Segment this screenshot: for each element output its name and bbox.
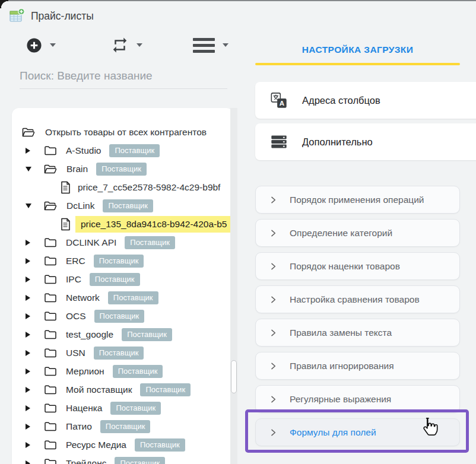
- expand-arrow-icon[interactable]: [26, 204, 31, 208]
- page-title: Прайс-листы: [31, 10, 94, 23]
- expand-arrow-icon[interactable]: [26, 295, 30, 301]
- tree-row[interactable]: ERC Поставщик: [12, 252, 233, 270]
- accordion-section[interactable]: Порядок применения операций: [255, 186, 460, 214]
- tree-row[interactable]: Brain Поставщик: [12, 160, 233, 178]
- column-addresses-card[interactable]: A Адреса столбцов: [255, 82, 476, 119]
- tree-row[interactable]: Патио Поставщик: [12, 417, 233, 436]
- tree-row[interactable]: IPC Поставщик: [12, 270, 233, 288]
- accordion-section-label: Настройка сравнения товаров: [290, 294, 420, 305]
- tree-row[interactable]: Мерлион Поставщик: [12, 362, 233, 380]
- settings-accordion: Порядок применения операций Определение …: [255, 186, 460, 452]
- refresh-button[interactable]: [56, 36, 142, 54]
- accordion-section[interactable]: Правила игнорирования: [255, 352, 460, 380]
- tree-row[interactable]: price_7_cc5e2578-5982-4c29-b9bf: [12, 178, 233, 196]
- tree-row[interactable]: USN Поставщик: [12, 344, 233, 362]
- tree-row[interactable]: OCS Поставщик: [12, 307, 233, 325]
- tree-item-label: Наценка: [66, 403, 102, 414]
- folder-open-icon: [21, 126, 36, 138]
- tree-item-label: USN: [66, 348, 85, 358]
- supplier-badge: Поставщик: [103, 199, 153, 212]
- tree-item-label: OCS: [66, 311, 86, 322]
- expand-arrow-icon[interactable]: [26, 148, 30, 154]
- tree-row[interactable]: DcLink Поставщик: [12, 196, 233, 215]
- expand-arrow-icon[interactable]: [26, 460, 30, 464]
- expand-arrow-icon[interactable]: [26, 442, 30, 448]
- expand-arrow-icon[interactable]: [26, 258, 30, 264]
- supplier-badge: Поставщик: [115, 457, 165, 464]
- accordion-section[interactable]: Формулы для полей: [255, 418, 460, 446]
- supplier-badge: Поставщик: [125, 236, 175, 249]
- supplier-badge: Поставщик: [140, 383, 191, 396]
- window-top-edge: [0, 0, 476, 1]
- card-label: Адреса столбцов: [302, 95, 380, 106]
- tree-row[interactable]: Network Поставщик: [12, 288, 233, 307]
- expand-arrow-icon[interactable]: [26, 424, 30, 430]
- tree-item-label: DCLINK API: [66, 237, 116, 248]
- accordion-section[interactable]: Правила замены текста: [255, 319, 460, 347]
- price-list-app-icon: [8, 8, 25, 24]
- folder-icon: [44, 237, 57, 248]
- folder-icon: [44, 347, 57, 358]
- tree-item-label: price_135_8da941c8-b942-420a-b5: [75, 216, 233, 233]
- expand-arrow-icon[interactable]: [26, 277, 30, 282]
- accordion-section-label: Регулярные выражения: [290, 394, 391, 405]
- tree-row[interactable]: Открыть товары от всех контрагентов: [12, 123, 233, 141]
- accordion-section[interactable]: Порядок наценки товаров: [255, 252, 460, 280]
- chevron-right-icon: [268, 395, 278, 404]
- accordion-section[interactable]: Определение категорий: [255, 219, 460, 247]
- expand-arrow-icon[interactable]: [26, 368, 30, 374]
- chevron-right-icon: [268, 428, 278, 437]
- menu-button[interactable]: [142, 38, 229, 53]
- tree-row[interactable]: test_google Поставщик: [12, 325, 233, 344]
- supplier-badge: Поставщик: [110, 402, 161, 415]
- tree-scrollbar-thumb[interactable]: [231, 360, 237, 393]
- add-button[interactable]: [26, 37, 56, 53]
- card-label: Дополнительно: [302, 136, 373, 148]
- chevron-right-icon: [268, 195, 278, 205]
- tree-row[interactable]: Наценка Поставщик: [12, 399, 233, 417]
- folder-icon: [44, 421, 57, 432]
- folder-open-icon: [43, 200, 58, 212]
- accordion-section[interactable]: Настройка сравнения товаров: [255, 285, 460, 313]
- toolbar: [26, 36, 229, 54]
- expand-arrow-icon[interactable]: [26, 405, 30, 411]
- chevron-down-icon[interactable]: [223, 43, 229, 47]
- tree-item-label: Brain: [66, 164, 88, 174]
- storage-icon: [270, 133, 288, 151]
- tree-item-label: IPC: [66, 274, 81, 285]
- search-input[interactable]: [20, 63, 227, 89]
- tree-scrollbar[interactable]: [230, 108, 237, 464]
- tree-row[interactable]: Трейдонс Поставщик: [12, 454, 233, 464]
- accordion-section-label: Правила игнорирования: [290, 361, 394, 371]
- tree-row[interactable]: Ресурс Медиа Поставщик: [12, 436, 233, 454]
- folder-icon: [44, 145, 57, 156]
- accordion-section-label: Определение категорий: [290, 228, 392, 239]
- tree-item-label: Ресурс Медиа: [66, 440, 126, 450]
- folder-icon: [44, 329, 57, 340]
- expand-arrow-icon[interactable]: [26, 240, 30, 246]
- folder-icon: [44, 384, 57, 395]
- chevron-down-icon[interactable]: [137, 43, 142, 47]
- expand-arrow-icon[interactable]: [26, 313, 30, 319]
- tree-item-label: ERC: [66, 256, 85, 266]
- chevron-right-icon: [268, 262, 278, 271]
- tree-row[interactable]: price_135_8da941c8-b942-420a-b5: [12, 215, 233, 233]
- tree-row[interactable]: A-Studio Поставщик: [12, 141, 233, 160]
- supplier-badge: Поставщик: [122, 328, 172, 341]
- supplier-badge: Поставщик: [135, 438, 185, 452]
- tree-item-label: DcLink: [66, 201, 94, 211]
- expand-arrow-icon[interactable]: [26, 350, 30, 356]
- chevron-right-icon: [268, 328, 278, 338]
- expand-arrow-icon[interactable]: [26, 387, 30, 393]
- file-icon: [60, 181, 71, 194]
- expand-arrow-icon[interactable]: [26, 167, 31, 171]
- additional-card[interactable]: Дополнительно: [255, 123, 476, 160]
- expand-arrow-icon[interactable]: [26, 332, 30, 338]
- accordion-section[interactable]: Регулярные выражения: [255, 385, 460, 413]
- tree-row[interactable]: DCLINK API Поставщик: [12, 233, 233, 252]
- accordion-section-label: Порядок наценки товаров: [290, 261, 400, 272]
- chevron-down-icon[interactable]: [50, 43, 56, 47]
- tree-item-label: Патио: [66, 421, 92, 432]
- tree-item-label: price_7_cc5e2578-5982-4c29-b9bf: [78, 182, 220, 193]
- tree-row[interactable]: Мой поставщик Поставщик: [12, 380, 233, 399]
